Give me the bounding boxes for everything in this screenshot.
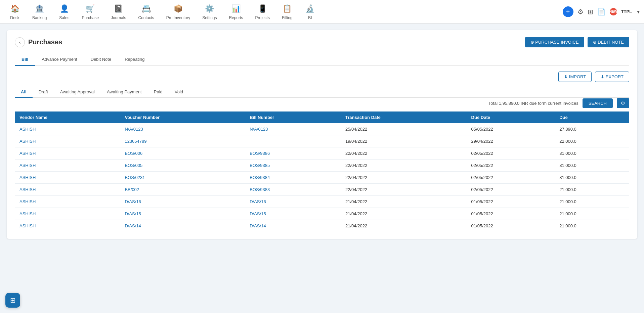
main-content: ‹ Purchases ⊕ PURCHASE INVOICE ⊕ DEBIT N… [0, 24, 644, 245]
due-amount-cell: 27,890.0 [555, 123, 629, 135]
tab-bill[interactable]: Bill [15, 53, 35, 66]
filter-tab-all[interactable]: All [15, 87, 33, 98]
grid-icon-btn[interactable]: ⊞ [588, 8, 593, 16]
company-dropdown-arrow[interactable]: ▼ [636, 9, 641, 14]
table-settings-button[interactable]: ⚙ [617, 98, 629, 108]
vendor-name-cell[interactable]: ASHISH [15, 220, 120, 232]
settings-icon-btn[interactable]: ⚙ [577, 8, 584, 16]
voucher-number-cell[interactable]: N/A/0123 [120, 123, 245, 135]
vendor-name-cell[interactable]: ASHISH [15, 147, 120, 160]
nav-items: 🏠 Desk 🏦 Banking 👤 Sales 🛒 Purchase 📓 Jo… [3, 1, 563, 23]
col-header-vendor-name: Vendor Name [15, 111, 120, 123]
bill-number-cell[interactable]: D/AS/14 [245, 220, 341, 232]
nav-item-desk[interactable]: 🏠 Desk [3, 1, 26, 23]
due-date-cell: 05/05/2022 [467, 123, 555, 135]
voucher-number-cell[interactable]: D/AS/14 [120, 220, 245, 232]
bill-number-cell[interactable]: BOS/9386 [245, 147, 341, 160]
voucher-number-cell[interactable]: D/AS/16 [120, 196, 245, 208]
tab-advance-payment[interactable]: Advance Payment [35, 53, 84, 66]
purchase-invoice-button[interactable]: ⊕ PURCHASE INVOICE [525, 37, 584, 47]
nav-item-projects[interactable]: 📱 Projects [249, 1, 276, 23]
nav-item-purchase[interactable]: 🛒 Purchase [76, 1, 105, 23]
filling-icon: 📋 [282, 3, 293, 14]
nav-label-journals: Journals [111, 15, 126, 20]
bill-number-cell[interactable]: BOS/9385 [245, 160, 341, 172]
due-date-cell: 02/05/2022 [467, 160, 555, 172]
filter-tab-draft[interactable]: Draft [33, 87, 54, 98]
filter-tab-paid[interactable]: Paid [148, 87, 169, 98]
filter-tab-awaiting-approval[interactable]: Awaiting Approval [54, 87, 101, 98]
voucher-number-cell[interactable]: D/AS/15 [120, 208, 245, 220]
nav-item-reports[interactable]: 📊 Reports [223, 1, 249, 23]
col-header-due-date: Due Date [467, 111, 555, 123]
nav-item-journals[interactable]: 📓 Journals [105, 1, 132, 23]
settings-icon: ⚙️ [204, 3, 215, 14]
debit-note-button[interactable]: ⊕ DEBIT NOTE [588, 37, 629, 47]
contacts-icon: 📇 [141, 3, 152, 14]
pro-inventory-icon: 📦 [173, 3, 183, 14]
voucher-number-cell[interactable]: BOS/0231 [120, 172, 245, 184]
main-tabs: BillAdvance PaymentDebit NoteRepeating [15, 53, 629, 66]
filter-tabs: AllDraftAwaiting ApprovalAwaiting Paymen… [15, 87, 629, 98]
nav-item-settings[interactable]: ⚙️ Settings [196, 1, 223, 23]
tab-repeating[interactable]: Repeating [118, 53, 151, 66]
header-buttons: ⊕ PURCHASE INVOICE ⊕ DEBIT NOTE [525, 37, 629, 47]
bill-number-cell[interactable]: D/AS/16 [245, 196, 341, 208]
nav-item-contacts[interactable]: 📇 Contacts [132, 1, 160, 23]
nav-item-banking[interactable]: 🏦 Banking [26, 1, 53, 23]
bill-number-cell[interactable]: BOS/9383 [245, 184, 341, 196]
vendor-name-cell[interactable]: ASHISH [15, 135, 120, 147]
banking-icon: 🏦 [34, 3, 45, 14]
filter-tab-void[interactable]: Void [169, 87, 189, 98]
table-row: ASHISHD/AS/14D/AS/1421/04/202201/05/2022… [15, 220, 629, 232]
table-row: ASHISHD/AS/16D/AS/1621/04/202201/05/2022… [15, 196, 629, 208]
txn-date-cell: 21/04/2022 [341, 196, 467, 208]
company-name: TTPL [621, 9, 632, 14]
bill-number-cell[interactable]: BOS/9384 [245, 172, 341, 184]
desk-icon: 🏠 [9, 3, 20, 14]
table-row: ASHISHBOS/006BOS/938622/04/202202/05/202… [15, 147, 629, 160]
bill-number-cell[interactable]: N/A/0123 [245, 123, 341, 135]
nav-label-reports: Reports [229, 15, 243, 20]
nav-item-pro-inventory[interactable]: 📦 Pro Inventory [160, 1, 196, 23]
sales-icon: 👤 [59, 3, 70, 14]
vendor-name-cell[interactable]: ASHISH [15, 208, 120, 220]
vendor-name-cell[interactable]: ASHISH [15, 160, 120, 172]
nav-item-filling[interactable]: 📋 Filling [276, 1, 299, 23]
export-button[interactable]: ⬇ EXPORT [595, 72, 629, 82]
search-button[interactable]: SEARCH [583, 98, 613, 108]
doc-icon-btn[interactable]: 📄 [597, 8, 606, 16]
due-date-cell: 01/05/2022 [467, 220, 555, 232]
due-date-cell: 29/04/2022 [467, 135, 555, 147]
txn-date-cell: 21/04/2022 [341, 208, 467, 220]
bill-number-cell[interactable] [245, 135, 341, 147]
due-amount-cell: 31,000.0 [555, 160, 629, 172]
vendor-name-cell[interactable]: ASHISH [15, 184, 120, 196]
voucher-number-cell[interactable]: BOS/005 [120, 160, 245, 172]
nav-label-purchase: Purchase [82, 15, 99, 20]
total-info-text: Total 1,95,890.0 INR due form current in… [488, 101, 578, 106]
journals-icon: 📓 [113, 3, 124, 14]
txn-date-cell: 22/04/2022 [341, 147, 467, 160]
nav-item-sales[interactable]: 👤 Sales [53, 1, 76, 23]
voucher-number-cell[interactable]: BOS/006 [120, 147, 245, 160]
table-row: ASHISHBOS/0231BOS/938422/04/202202/05/20… [15, 172, 629, 184]
voucher-number-cell[interactable]: 123654789 [120, 135, 245, 147]
vendor-name-cell[interactable]: ASHISH [15, 172, 120, 184]
bill-number-cell[interactable]: D/AS/15 [245, 208, 341, 220]
table-row: ASHISHD/AS/15D/AS/1521/04/202201/05/2022… [15, 208, 629, 220]
col-header-due: Due [555, 111, 629, 123]
add-button[interactable]: + [563, 6, 573, 17]
page-header: ‹ Purchases ⊕ PURCHASE INVOICE ⊕ DEBIT N… [15, 37, 629, 47]
table-header: Vendor NameVoucher NumberBill NumberTran… [15, 111, 629, 123]
voucher-number-cell[interactable]: BB/002 [120, 184, 245, 196]
due-date-cell: 02/05/2022 [467, 172, 555, 184]
nav-item-bi[interactable]: 🔬 BI [299, 1, 321, 23]
filter-tab-awaiting-payment[interactable]: Awaiting Payment [101, 87, 148, 98]
tab-debit-note[interactable]: Debit Note [84, 53, 118, 66]
vendor-name-cell[interactable]: ASHISH [15, 123, 120, 135]
import-button[interactable]: ⬇ IMPORT [558, 72, 592, 82]
vendor-name-cell[interactable]: ASHISH [15, 196, 120, 208]
back-button[interactable]: ‹ [15, 37, 25, 47]
col-header-transaction-date: Transaction Date [341, 111, 467, 123]
